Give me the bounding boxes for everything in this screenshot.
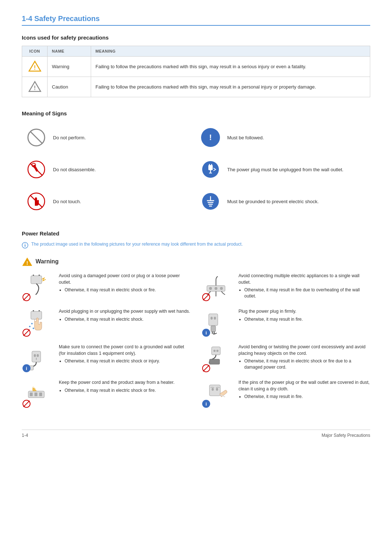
icons-table: ICON NAME MEANING ! Warning Failing to f… bbox=[22, 46, 370, 97]
power-section-title: Power Related bbox=[22, 230, 370, 237]
note-line: The product image used in the following … bbox=[22, 242, 370, 250]
no-symbol bbox=[202, 364, 210, 372]
page-header: 1-4 Safety Precautions bbox=[22, 15, 370, 26]
svg-rect-61 bbox=[209, 359, 220, 364]
caution-triangle-icon: ! bbox=[28, 81, 41, 92]
warning-bullet: Otherwise, it may result in electric sho… bbox=[65, 316, 191, 323]
svg-point-40 bbox=[37, 354, 39, 357]
warning-item-bending-cord: Avoid bending or twisting the power cord… bbox=[201, 344, 370, 373]
no-symbol bbox=[23, 329, 30, 337]
info-dot: i bbox=[23, 364, 30, 372]
warning-heading: Make sure to connect the power cord to a… bbox=[59, 344, 191, 357]
warning-item-grounded-outlet: i Make sure to connect the power cord to… bbox=[22, 344, 191, 373]
svg-rect-55 bbox=[211, 326, 216, 332]
wet-hands-image bbox=[22, 308, 54, 337]
svg-text:!: ! bbox=[26, 260, 28, 266]
warning-item-heater: Keep the power cord and the product away… bbox=[22, 379, 191, 409]
warning-heading: If the pins of the power plug or the wal… bbox=[238, 379, 370, 392]
signs-grid: Do not perform. ! Must be followed. bbox=[22, 122, 370, 217]
warning-item-dust: i If the pins of the power plug or the w… bbox=[201, 379, 370, 409]
svg-rect-44 bbox=[30, 393, 33, 396]
svg-text:!: ! bbox=[34, 65, 36, 71]
svg-point-63 bbox=[212, 388, 214, 391]
warning-item-plug-firmly: i Plug the power plug in firmly. Otherwi… bbox=[201, 308, 370, 337]
svg-point-49 bbox=[209, 287, 212, 290]
table-name-cell: Warning bbox=[48, 57, 91, 77]
table-row: ! Warning Failing to follow the precauti… bbox=[22, 57, 370, 77]
sign-label: Do not touch. bbox=[53, 199, 81, 204]
warning-icon-cell: ! bbox=[22, 57, 48, 77]
svg-point-26 bbox=[25, 243, 25, 244]
no-symbol bbox=[23, 293, 30, 301]
warning-right-column: Avoid connecting multiple electric appli… bbox=[201, 273, 370, 415]
icons-section: Icons used for safety precautions ICON N… bbox=[22, 34, 370, 97]
caution-icon-cell: ! bbox=[22, 77, 48, 97]
sign-item-grounded: Must be grounded to prevent electric sho… bbox=[196, 185, 370, 217]
svg-rect-58 bbox=[212, 347, 220, 355]
svg-rect-46 bbox=[39, 393, 42, 396]
footer: 1-4 Major Safety Precautions bbox=[22, 430, 370, 438]
blue-exclamation-icon: ! bbox=[201, 128, 220, 147]
table-header-meaning: MEANING bbox=[91, 46, 370, 57]
footer-section-name: Major Safety Precautions bbox=[322, 433, 370, 438]
svg-point-39 bbox=[34, 354, 36, 357]
signs-section: Meaning of Signs Do not perform. ! Must … bbox=[22, 110, 370, 217]
warning-grid: Avoid using a damaged power cord or plug… bbox=[22, 273, 370, 415]
warning-text-multiple-appliances: Avoid connecting multiple electric appli… bbox=[238, 273, 370, 300]
sign-item-do-not-touch: Do not touch. bbox=[22, 185, 196, 217]
power-related-section: Power Related The product image used in … bbox=[22, 230, 370, 415]
sign-item-unplug: The power plug must be unplugged from th… bbox=[196, 153, 370, 185]
warning-bullet: Otherwise, it may result in electric sho… bbox=[65, 387, 191, 394]
svg-point-59 bbox=[213, 350, 216, 352]
svg-text:!: ! bbox=[34, 85, 36, 91]
sign-text-block: The power plug must be unplugged from th… bbox=[227, 167, 343, 172]
bending-cord-image bbox=[201, 344, 234, 373]
sign-label: Must be grounded to prevent electric sho… bbox=[227, 199, 319, 204]
warning-text-damaged-cord: Avoid using a damaged power cord or plug… bbox=[59, 273, 191, 294]
sign-label: Do not perform. bbox=[53, 135, 86, 140]
table-header-name: NAME bbox=[48, 46, 91, 57]
sign-item-do-not-perform: Do not perform. bbox=[22, 122, 196, 153]
no-symbol bbox=[202, 293, 210, 301]
warning-bullet: Otherwise, it may result in fire. bbox=[244, 394, 370, 400]
warning-bullet: Otherwise, it may result in fire due to … bbox=[244, 287, 370, 299]
svg-point-60 bbox=[216, 350, 219, 352]
warning-text-plug-firmly: Plug the power plug in firmly. Otherwise… bbox=[238, 308, 370, 323]
sign-label: The power plug must be unplugged from th… bbox=[227, 167, 343, 172]
heater-image bbox=[22, 379, 54, 409]
svg-rect-38 bbox=[32, 351, 41, 362]
warning-text-grounded-outlet: Make sure to connect the power cord to a… bbox=[59, 344, 191, 365]
grounded-icon bbox=[200, 190, 221, 212]
warning-header: ! Warning bbox=[22, 257, 370, 266]
svg-rect-45 bbox=[34, 393, 37, 396]
table-meaning-cell: Failing to follow the precautions marked… bbox=[91, 57, 370, 77]
warning-icon: ! bbox=[22, 257, 33, 266]
svg-point-37 bbox=[33, 328, 34, 329]
svg-point-18 bbox=[202, 193, 219, 210]
page-title: 1-4 Safety Precautions bbox=[22, 15, 370, 23]
svg-rect-29 bbox=[31, 276, 42, 284]
unplug-icon bbox=[200, 159, 221, 180]
plug-firmly-image: i bbox=[201, 308, 234, 337]
svg-rect-32 bbox=[31, 311, 42, 319]
warning-text-heater: Keep the power cord and the product away… bbox=[59, 379, 191, 394]
warning-bullet: Otherwise, it may result in electric sho… bbox=[244, 358, 370, 370]
note-icon bbox=[22, 242, 28, 250]
note-text: The product image used in the following … bbox=[31, 242, 243, 247]
warning-heading: Keep the power cord and the product away… bbox=[59, 379, 191, 386]
warning-heading: Plug the power plug in firmly. bbox=[238, 308, 370, 315]
svg-rect-11 bbox=[208, 165, 213, 170]
svg-point-36 bbox=[29, 326, 30, 327]
warning-heading: Avoid connecting multiple electric appli… bbox=[238, 273, 370, 286]
svg-line-5 bbox=[30, 132, 42, 143]
svg-point-35 bbox=[31, 323, 33, 324]
warning-label: Warning bbox=[36, 258, 58, 265]
sign-label: Do not disassemble. bbox=[53, 167, 96, 172]
sign-item-must-follow: ! Must be followed. bbox=[196, 122, 370, 153]
sign-label: Must be followed. bbox=[227, 135, 264, 140]
table-header-icon: ICON bbox=[22, 46, 48, 57]
do-not-perform-icon bbox=[25, 127, 47, 148]
svg-point-54 bbox=[214, 317, 216, 320]
info-dot: i bbox=[202, 400, 210, 408]
do-not-disassemble-icon bbox=[25, 159, 47, 180]
